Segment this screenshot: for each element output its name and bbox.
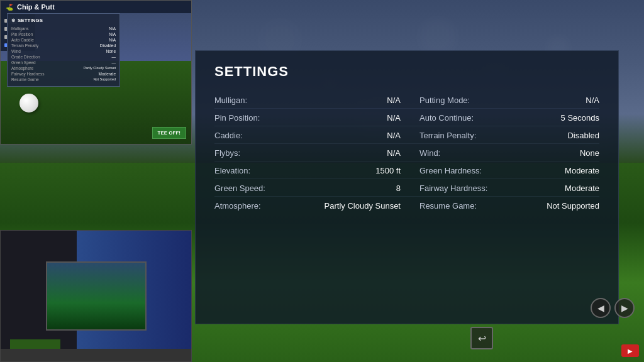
- top-left-preview: ⛳ Chip & Putt Full 18 Hole Area Pin Posi…: [0, 0, 192, 145]
- setting-pin-position: Pin Position: N/A: [214, 110, 407, 126]
- preview-bl-bg: [1, 231, 191, 361]
- play-button[interactable]: ▶: [621, 344, 639, 357]
- tee-off-button[interactable]: TEE OFF!: [152, 127, 186, 139]
- setting-green-speed: Green Speed: 8: [214, 180, 407, 197]
- setting-fairway-hardness: Fairway Hardness: Moderate: [407, 180, 599, 197]
- settings-title: SETTINGS: [214, 63, 599, 80]
- mini-row-terrain: Terrain PenaltyDisabled: [11, 43, 116, 48]
- nav-back-button[interactable]: ◀: [591, 298, 611, 318]
- mini-row-pin: Pin PositionN/A: [11, 31, 116, 37]
- mini-row-resume: Resume GameNot Supported: [11, 77, 116, 82]
- mini-row-speed: Green Speed—: [11, 60, 116, 65]
- settings-left-column: Mulligan: N/A Pin Position: N/A Caddie: …: [214, 92, 407, 214]
- mini-settings-title: ⚙ SETTINGS: [11, 18, 116, 23]
- setting-flybys: Flybys: N/A: [214, 145, 407, 162]
- setting-terrain-penalty: Terrain Penalty: Disabled: [407, 128, 599, 144]
- mini-settings-panel: ⚙ SETTINGS MulligansN/A Pin PositionN/A …: [7, 13, 120, 87]
- setting-atmosphere: Atmosphere: Partly Cloudy Sunset: [214, 198, 407, 214]
- setting-mulligan: Mulligan: N/A: [214, 92, 407, 109]
- bottom-left-preview: [0, 230, 192, 362]
- preview-screen-inner: [47, 263, 145, 329]
- preview-screen: [46, 261, 147, 331]
- nav-arrows-container: ◀ ▶: [591, 298, 635, 318]
- nav-forward-button[interactable]: ▶: [614, 298, 635, 318]
- preview-bg: ⛳ Chip & Putt Full 18 Hole Area Pin Posi…: [1, 1, 191, 144]
- setting-green-hardness: Green Hardness: Moderate: [407, 163, 599, 179]
- setting-wind: Wind: None: [407, 145, 599, 162]
- mini-row-wind: WindNone: [11, 48, 116, 54]
- return-button[interactable]: ↩: [470, 327, 493, 349]
- app-icon: ⛳: [6, 4, 13, 11]
- mini-row-mulligans: MulligansN/A: [11, 26, 116, 31]
- settings-grid: Mulligan: N/A Pin Position: N/A Caddie: …: [214, 92, 599, 214]
- mini-row-atm: AtmospherePartly Cloudy Sunset: [11, 65, 116, 71]
- setting-elevation: Elevation: 1500 ft: [214, 163, 407, 179]
- setting-caddie: Caddie: N/A: [214, 128, 407, 144]
- app-title: Chip & Putt: [17, 3, 55, 11]
- setting-auto-continue: Auto Continue: 5 Seconds: [407, 110, 599, 126]
- mini-row-grade: Grade Direction—: [11, 54, 116, 60]
- golf-ball: [19, 94, 38, 112]
- mini-row-caddie: Auto CaddieN/A: [11, 37, 116, 43]
- main-settings-panel: SETTINGS Mulligan: N/A Pin Position: N/A…: [195, 50, 619, 324]
- app-title-bar: ⛳ Chip & Putt: [1, 1, 191, 13]
- settings-right-column: Putting Mode: N/A Auto Continue: 5 Secon…: [407, 92, 599, 214]
- mini-row-fairway: Fairway HardnessModerate: [11, 71, 116, 77]
- setting-putting-mode: Putting Mode: N/A: [407, 92, 599, 109]
- setting-resume-game: Resume Game: Not Supported: [407, 198, 599, 214]
